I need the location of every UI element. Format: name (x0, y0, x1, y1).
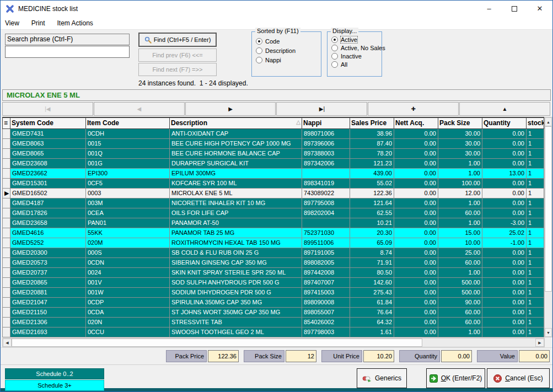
cell-stock: 1 (527, 218, 544, 228)
table-row[interactable]: GMED178260CEAOILS FOR LIFE CAP8982020046… (3, 208, 544, 218)
horizontal-scroll-thumb[interactable] (12, 339, 422, 347)
vertical-scroll-track[interactable] (545, 292, 552, 328)
table-row[interactable]: GMED216930CCUSWOOSH TOOTHGEL GEO 2 ML897… (3, 327, 544, 337)
cell-nett-acq: 0.00 (394, 198, 438, 208)
cell-system-code: GMED23608 (10, 158, 86, 168)
search-input[interactable] (5, 46, 130, 58)
horizontal-scrollbar[interactable]: ◀ ▶ (2, 338, 545, 347)
maximize-button[interactable] (502, 1, 527, 17)
display-option-all[interactable]: All (331, 61, 382, 68)
table-row[interactable]: GMED20865001VSOD SULPH ANHYDROUS PDR 500… (3, 277, 544, 287)
field-value-quantity[interactable]: 0.00 (441, 350, 472, 362)
table-row[interactable]: ▶GMED165020003MICROLAX ENE 5 ML743089022… (3, 188, 544, 198)
find-button[interactable]: Find (Ctrl+F5 / Enter) (138, 33, 217, 47)
cell-item-code: 0024 (86, 267, 170, 277)
field-value-pack-price[interactable]: 122.36 (208, 350, 239, 362)
table-row[interactable]: GMED23658PAN01PANAMOR AT-5010.210.001.00… (3, 218, 544, 228)
sorted-by-option-description[interactable]: Description (256, 47, 321, 54)
cell-system-code: GMED20573 (10, 257, 86, 267)
cell-description: ANTI-OXIDANT CAP (170, 128, 302, 138)
table-row[interactable]: GMED80630015BEE CURE HIGH POTENCY CAP 10… (3, 138, 544, 148)
sorted-by-option-code[interactable]: Code (256, 38, 321, 45)
column-header-system-code[interactable]: System Code (10, 117, 86, 128)
display-option-active-no-sales[interactable]: Active, No Sales (331, 45, 382, 51)
table-row[interactable]: GMED20881001WSODIUM DIHYDROGEN PDR 500 G… (3, 287, 544, 297)
menu-item-print[interactable]: Print (31, 19, 45, 27)
close-button[interactable]: ✕ (527, 1, 552, 17)
scroll-up-button[interactable]: ▲ (545, 117, 552, 126)
table-row[interactable]: GMED20300000SSB COLD & FLU RUB OIN 25 G8… (3, 248, 544, 257)
table-row[interactable]: GMED211500CDAST JOHNS WORT 350MG CAP 350… (3, 307, 544, 317)
sorted-by-option-nappi[interactable]: Nappi (256, 57, 321, 63)
sort-ascending-icon: △ (296, 119, 300, 125)
column-header-nett-acq[interactable]: Nett Acq. (394, 117, 438, 128)
column-header-pack-size[interactable]: Pack Size (438, 117, 482, 128)
scroll-up-record-button[interactable]: ▲ (459, 102, 550, 116)
cell-nett-acq: 0.00 (394, 208, 438, 218)
cancel-button[interactable]: Cancel (Esc) (487, 368, 550, 388)
prior-record-button[interactable]: ◀ (94, 102, 185, 116)
cell-system-code: GMED20300 (10, 248, 86, 257)
vertical-scroll-thumb[interactable] (545, 126, 552, 292)
field-value-unit-price[interactable]: 10.20 (363, 350, 394, 362)
first-record-button[interactable]: |◀ (2, 102, 93, 116)
cell-nappi: 898090008 (302, 297, 350, 307)
table-row[interactable]: GMED23608001GDURAPREP SURGICAL KIT897342… (3, 158, 544, 168)
horizontal-scroll-track[interactable] (422, 339, 535, 347)
insert-record-button[interactable]: ✚ (368, 102, 459, 116)
field-value-value[interactable]: 0.00 (519, 350, 550, 362)
column-header-item-code[interactable]: Item Code (86, 117, 170, 128)
find-next-button[interactable]: Find next (F7) =>> (138, 63, 217, 76)
cell-stock: 1 (527, 208, 544, 218)
column-header-description[interactable]: Description△ (170, 117, 302, 128)
cell-quantity: 0.00 (482, 287, 527, 297)
item-detail-fields: Pack Price122.36Pack Size12Unit Price10.… (1, 347, 552, 364)
cell-quantity: 0.00 (482, 307, 527, 317)
table-row[interactable]: GMED74310CDHANTI-OXIDANT CAP89807100638.… (3, 128, 544, 138)
table-row[interactable]: GMED210470CDPSPIRULINA 350MG CAP 350 MG8… (3, 297, 544, 307)
table-row[interactable]: GMED153010CF5KOFCARE SYR 100 ML898341019… (3, 178, 544, 188)
table-row[interactable]: GMED5252020MROXITHROMYCIN HEXAL TAB 150 … (3, 238, 544, 248)
scroll-down-button[interactable]: ▼ (545, 328, 552, 337)
row-indicator (3, 128, 10, 138)
cell-description: SKIN KNIT SPRAY STERILE SPR 250 ML (170, 267, 302, 277)
display-option-active[interactable]: Active (331, 36, 382, 43)
table-row[interactable]: GMED207370024SKIN KNIT SPRAY STERILE SPR… (3, 267, 544, 277)
scroll-left-button[interactable]: ◀ (3, 339, 12, 347)
find-prev-button[interactable]: Find prev (F6) <<= (138, 49, 217, 62)
cell-nett-acq: 0.00 (394, 158, 438, 168)
field-value-pack-size[interactable]: 12 (286, 350, 316, 362)
cell-description: NICORETTE INHALER KIT 10 MG (170, 198, 302, 208)
table-row[interactable]: GMED8065001QBEE CURE HORMONE BALANCE CAP… (3, 148, 544, 158)
cell-nappi: 897407007 (302, 277, 350, 287)
field-quantity: Quantity0.00 (399, 350, 472, 362)
minimize-button[interactable]: – (476, 1, 502, 17)
display-option-inactive[interactable]: Inactive (331, 53, 382, 60)
next-record-button[interactable]: ▶ (185, 102, 276, 116)
window-controls: – ✕ (476, 1, 552, 17)
cell-nappi: 898341019 (302, 178, 350, 188)
menu-item-view[interactable]: View (5, 19, 19, 27)
cell-sales-price: 64.32 (350, 317, 394, 327)
column-header-stock[interactable]: stock (527, 117, 544, 128)
cell-quantity: 0.00 (482, 178, 527, 188)
ok-button[interactable]: OK (Enter/F2) (426, 368, 485, 388)
cell-pack-size: 1.00 (438, 327, 482, 337)
table-row[interactable]: GMED205730CDNSIBERIAN GINSENG CAP 350 MG… (3, 257, 544, 267)
column-header-nappi[interactable]: Nappi (302, 117, 350, 128)
scroll-right-button[interactable]: ▶ (535, 339, 544, 347)
menu-item-item-actions[interactable]: Item Actions (57, 19, 93, 27)
cell-nappi: 743089022 (302, 188, 350, 198)
column-header-quantity[interactable]: Quantity (482, 117, 527, 128)
table-row[interactable]: GMED23662EPI300EPILUM 300MG439.000.001.0… (3, 168, 544, 178)
column-header-sales-price[interactable]: Sales Price (350, 117, 394, 128)
cell-quantity: 0.00 (482, 297, 527, 307)
last-record-button[interactable]: ▶| (276, 102, 367, 116)
table-row[interactable]: GMED461655KKPANAMOR TAB 25 MG75237103020… (3, 228, 544, 238)
cell-pack-size: 1.00 (438, 218, 482, 228)
table-row[interactable]: GMED4187003MNICORETTE INHALER KIT 10 MG8… (3, 198, 544, 208)
table-row[interactable]: GMED21306020NSTRESSVITE TAB85402600264.3… (3, 317, 544, 327)
generics-button[interactable]: Generics (357, 368, 407, 388)
cell-system-code: GMED4616 (10, 228, 86, 238)
vertical-scrollbar[interactable]: ▲ ▼ (544, 117, 552, 337)
